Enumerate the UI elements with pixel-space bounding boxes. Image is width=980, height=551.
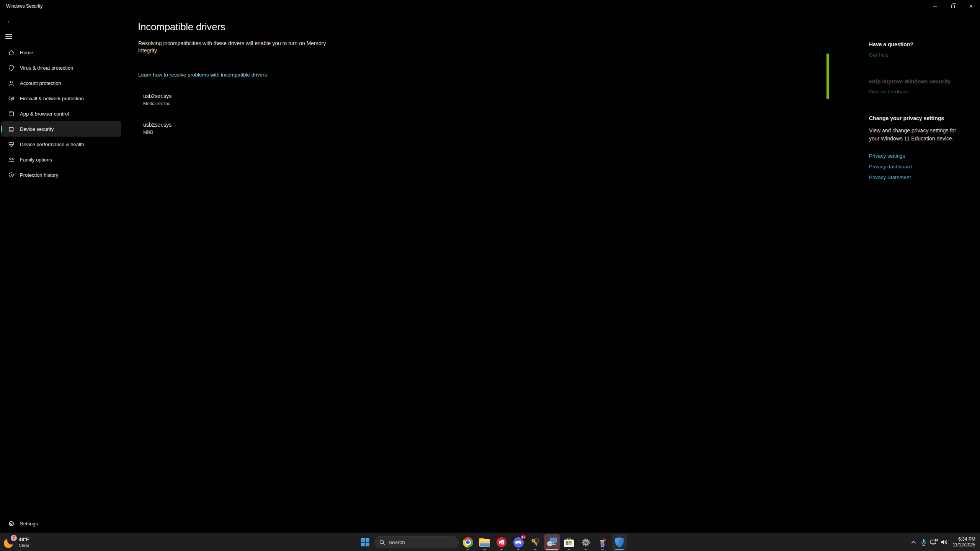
weather-badge: 7: [11, 535, 17, 541]
disc-monitor-icon: [547, 538, 557, 547]
page-title: Incompatible drivers: [138, 21, 225, 33]
windows-security-icon[interactable]: [612, 534, 627, 551]
sidebar-item-family-options[interactable]: Family options: [1, 152, 121, 167]
network-tray-button[interactable]: [929, 535, 939, 550]
running-indicator: [517, 549, 519, 550]
driver-entry: usb2ser.sys MediaTek Inc.: [143, 93, 172, 106]
riot-client-icon[interactable]: [494, 534, 509, 551]
microsoft-store-icon[interactable]: [561, 534, 577, 551]
chevron-up-icon: [911, 541, 916, 544]
window-controls: ✕: [926, 0, 980, 12]
person-icon: [8, 80, 15, 86]
sidebar-item-device-security[interactable]: Device security: [1, 121, 121, 137]
taskbar-clock[interactable]: 6:34 PM 11/12/2025: [953, 536, 975, 548]
family-icon: [8, 156, 15, 163]
privacy-heading: Change your privacy settings: [869, 115, 944, 121]
active-app-indicator: [615, 549, 624, 550]
shield-icon: [8, 65, 15, 71]
sidebar-item-account-protection[interactable]: Account protection: [1, 75, 121, 91]
revo-uninstaller-icon[interactable]: R: [595, 534, 610, 551]
hamburger-icon: [5, 34, 12, 35]
active-attention-indicator: [546, 549, 559, 550]
titlebar: Windows Security ✕: [0, 0, 980, 12]
trash-arrow-icon: R: [598, 537, 608, 548]
search-input[interactable]: [389, 540, 450, 545]
menu-toggle-button[interactable]: [5, 34, 12, 39]
sidebar-item-firewall-network-protection[interactable]: Firewall & network protection: [1, 91, 121, 106]
weather-widget[interactable]: 7 48°F Clear: [2, 533, 29, 551]
driver-vendor: MBB: [143, 130, 172, 135]
sidebar-item-protection-history[interactable]: Protection history: [1, 167, 121, 183]
running-indicator: [585, 549, 587, 550]
key-icon: [530, 537, 540, 547]
gear-icon: [581, 537, 591, 548]
get-help-link[interactable]: Get help: [869, 52, 889, 58]
driver-name: usb2ser.sys: [143, 122, 172, 128]
page-description: Resolving incompatibilities with these d…: [138, 40, 333, 54]
heart-pulse-icon: [8, 141, 15, 148]
window-title: Windows Security: [6, 3, 42, 9]
settings-icon[interactable]: [578, 534, 593, 551]
windows-security-app: Windows Security ✕ ← Home Virus & threat…: [0, 0, 980, 551]
defender-shield-icon: [614, 536, 625, 548]
file-explorer-icon[interactable]: [477, 534, 492, 551]
svg-text:R: R: [603, 544, 604, 546]
running-indicator: [500, 549, 503, 550]
search-icon: [379, 540, 385, 545]
close-button[interactable]: ✕: [962, 0, 980, 12]
give-feedback-link[interactable]: Give us feedback: [869, 89, 909, 95]
privacy-dashboard-link[interactable]: Privacy dashboard: [869, 164, 912, 170]
driver-entry: usb2ser.sys MBB: [143, 122, 172, 135]
privacy-settings-link[interactable]: Privacy settings: [869, 153, 905, 159]
start-button[interactable]: [358, 534, 373, 551]
ethernet-display-icon: [930, 538, 938, 546]
sidebar-item-app-browser-control[interactable]: App & browser control: [1, 106, 121, 121]
media-tool-icon[interactable]: [544, 534, 560, 551]
learn-how-link[interactable]: Learn how to resolve problems with incom…: [138, 72, 267, 78]
discord-icon[interactable]: 9+: [511, 534, 526, 551]
tray-date: 11/12/2025: [953, 542, 975, 548]
back-arrow-icon: ←: [7, 17, 13, 24]
sidebar-item-device-performance-health[interactable]: Device performance & health: [1, 137, 121, 152]
improve-heading: Help improve Windows Security: [869, 78, 951, 85]
back-button[interactable]: ←: [5, 17, 15, 25]
green-indicator-bar: [826, 54, 829, 99]
weather-condition: Clear: [19, 543, 29, 548]
network-waves-icon: [8, 95, 15, 102]
chrome-icon[interactable]: [460, 534, 475, 551]
privacy-statement-link[interactable]: Privacy Statement: [869, 174, 911, 180]
moon-icon: 7: [2, 535, 16, 549]
sidebar-item-home[interactable]: Home: [1, 45, 121, 60]
tray-time: 6:34 PM: [953, 536, 975, 542]
sidebar-item-settings[interactable]: Settings: [1, 516, 121, 531]
app-window-icon: [8, 111, 15, 117]
running-indicator: [467, 549, 469, 550]
running-indicator: [483, 549, 486, 550]
taskbar-center: 9+: [358, 533, 627, 551]
sidebar-item-virus-threat-protection[interactable]: Virus & threat protection: [1, 60, 121, 75]
microphone-tray-button[interactable]: [919, 535, 929, 550]
restore-button[interactable]: [944, 0, 962, 12]
minimize-icon: [933, 6, 937, 7]
system-tray: 6:34 PM 11/12/2025: [908, 533, 980, 551]
restore-icon: [951, 5, 955, 8]
close-icon: ✕: [969, 4, 973, 9]
hidden-icons-button[interactable]: [908, 535, 919, 550]
gear-icon: [8, 520, 15, 527]
driver-name: usb2ser.sys: [143, 93, 172, 99]
minimize-button[interactable]: [926, 0, 944, 12]
history-clock-icon: [8, 172, 15, 178]
taskbar-search[interactable]: [374, 536, 459, 548]
privacy-description: View and change privacy settings for you…: [869, 127, 956, 142]
volume-tray-button[interactable]: [939, 535, 950, 550]
key-utility-icon[interactable]: [528, 534, 543, 551]
discord-notification-badge: 9+: [520, 534, 526, 540]
microphone-icon: [920, 538, 928, 546]
driver-vendor: MediaTek Inc.: [143, 101, 172, 106]
speaker-icon: [941, 539, 949, 546]
selected-accent-pill: [1, 126, 2, 132]
running-indicator: [568, 549, 570, 550]
taskbar: 7 48°F Clear: [0, 533, 980, 551]
sidebar-settings: Settings: [0, 516, 122, 531]
running-indicator: [534, 549, 536, 550]
